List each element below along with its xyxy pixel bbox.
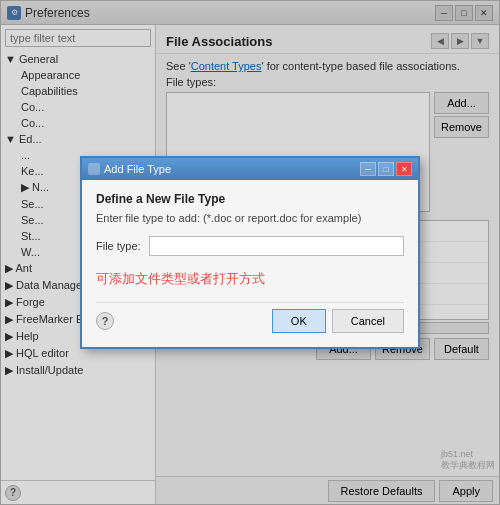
dialog-help-button[interactable]: ? — [96, 312, 114, 330]
dialog-minimize-button[interactable]: ─ — [360, 162, 376, 176]
file-type-field: File type: — [96, 236, 404, 256]
dialog-bottom: ? OK Cancel — [96, 302, 404, 335]
dialog-body: Define a New File Type Enter file type t… — [82, 180, 418, 347]
dialog-icon — [88, 163, 100, 175]
dialog-title-bar: Add File Type ─ □ ✕ — [82, 158, 418, 180]
dialog-title-buttons: ─ □ ✕ — [360, 162, 412, 176]
dialog-ok-button[interactable]: OK — [272, 309, 326, 333]
file-type-label: File type: — [96, 240, 141, 252]
dialog-maximize-button[interactable]: □ — [378, 162, 394, 176]
dialog-title-left: Add File Type — [88, 163, 171, 175]
dialog-cancel-button[interactable]: Cancel — [332, 309, 404, 333]
dialog-title: Add File Type — [104, 163, 171, 175]
dialog-note: 可添加文件类型或者打开方式 — [96, 266, 404, 292]
dialog-header: Define a New File Type — [96, 192, 404, 206]
dialog-overlay: Add File Type ─ □ ✕ Define a New File Ty… — [1, 1, 499, 504]
dialog-description: Enter file type to add: (*.doc or report… — [96, 212, 404, 224]
dialog-close-button[interactable]: ✕ — [396, 162, 412, 176]
main-window: ⚙ Preferences ─ □ ✕ ▼ General Appearance… — [0, 0, 500, 505]
add-file-type-dialog: Add File Type ─ □ ✕ Define a New File Ty… — [80, 156, 420, 349]
dialog-action-buttons: OK Cancel — [272, 309, 404, 333]
file-type-input[interactable] — [149, 236, 404, 256]
